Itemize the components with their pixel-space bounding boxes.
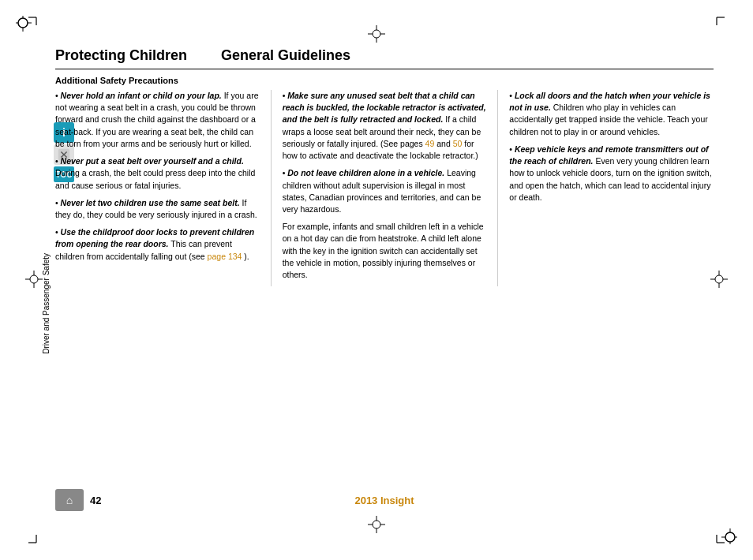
- page-number: 42: [90, 495, 101, 506]
- svg-point-18: [373, 30, 380, 38]
- svg-point-23: [373, 521, 380, 528]
- col2-bullet2: Do not leave children alone in a vehicle…: [283, 167, 487, 215]
- footer: ⌂ 42 2013 Insight: [55, 489, 714, 511]
- crosshair-bottom: [368, 516, 385, 535]
- col1-bullet3: Never let two children use the same seat…: [55, 197, 260, 221]
- header-section: Protecting Children General Guidelines: [55, 47, 714, 69]
- page-container: Driver and Passenger Safety i TOC Protec…: [0, 0, 753, 560]
- page-title: Protecting Children: [55, 47, 187, 63]
- footer-title: 2013 Insight: [354, 495, 414, 506]
- svg-point-28: [30, 275, 38, 283]
- col1-bullet2-text: During a crash, the belt could press dee…: [55, 168, 255, 189]
- col1-bullet2: Never put a seat belt over yourself and …: [55, 155, 260, 192]
- main-content: Protecting Children General Guidelines A…: [55, 47, 714, 513]
- col2-link2[interactable]: 50: [453, 139, 463, 148]
- col1-bullet4: Use the childproof door locks to prevent…: [55, 226, 260, 263]
- section-heading: Additional Safety Precautions: [55, 76, 714, 85]
- col1-page-link[interactable]: page 134: [208, 252, 242, 261]
- svg-point-0: [18, 18, 28, 28]
- col2-para: For example, infants and small children …: [283, 221, 487, 281]
- col1-bullet1: Never hold an infant or child on your la…: [55, 90, 260, 150]
- reg-mark-tr: [715, 16, 737, 38]
- reg-mark-tl: [16, 16, 38, 38]
- col2-link1[interactable]: 49: [425, 139, 435, 148]
- crosshair-top: [368, 25, 385, 44]
- column-2: Make sure any unused seat belt that a ch…: [283, 90, 499, 286]
- column-1: Never hold an infant or child on your la…: [55, 90, 272, 286]
- columns-wrapper: Never hold an infant or child on your la…: [55, 90, 714, 286]
- col1-bullet1-bold: Never hold an infant or child on your la…: [61, 91, 222, 100]
- col1-bullet3-bold: Never let two children use the same seat…: [61, 198, 240, 207]
- page-subtitle: General Guidelines: [221, 47, 350, 63]
- col1-bullet2-bold: Never put a seat belt over yourself and …: [61, 156, 244, 166]
- col3-bullet1: Lock all doors and the hatch when your v…: [509, 90, 714, 138]
- col3-bullet2: Keep vehicle keys and remote transmitter…: [509, 144, 714, 203]
- column-3: Lock all doors and the hatch when your v…: [509, 90, 714, 286]
- reg-mark-bl: [16, 522, 38, 544]
- home-icon[interactable]: ⌂: [55, 489, 84, 511]
- svg-point-11: [725, 532, 735, 542]
- sidebar-text: Driver and Passenger Safety: [39, 126, 52, 481]
- reg-mark-br: [715, 522, 737, 544]
- col2-bullet2-bold: Do not leave children alone in a vehicle…: [287, 168, 444, 177]
- col1-bullet4-end: ).: [242, 252, 249, 261]
- svg-point-33: [715, 275, 723, 283]
- col2-bullet1: Make sure any unused seat belt that a ch…: [283, 90, 487, 162]
- col2-mid: and: [434, 139, 452, 148]
